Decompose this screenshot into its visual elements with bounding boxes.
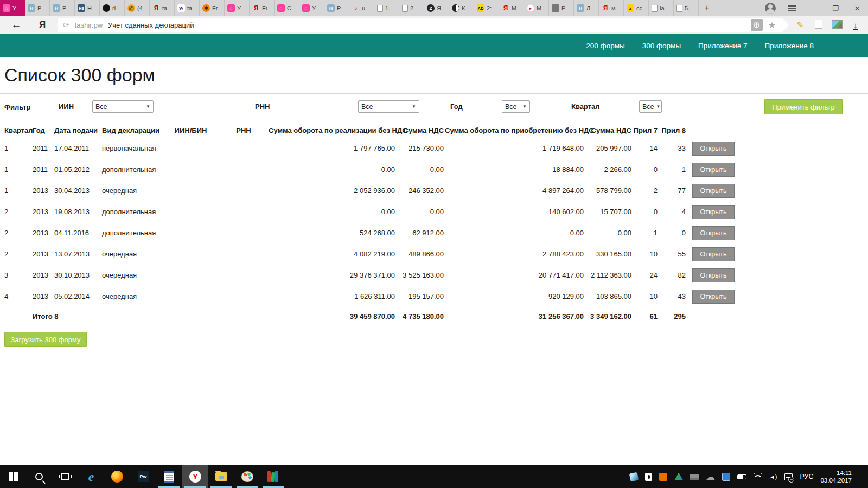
minimize-button[interactable]: — [803, 0, 825, 16]
tray-gdrive-icon[interactable] [674, 473, 683, 480]
cell: 3 [4, 265, 33, 286]
new-tab-button[interactable]: + [699, 0, 715, 16]
browser-tab[interactable]: ♪u [349, 0, 374, 16]
close-button[interactable]: ✕ [846, 0, 868, 16]
browser-tab[interactable]: ri [100, 0, 125, 16]
back-button[interactable]: ← [5, 19, 27, 31]
cell: 1 [4, 180, 33, 201]
column-header: Год [33, 121, 54, 138]
browser-tab[interactable]: Яta [150, 0, 175, 16]
restore-button[interactable]: ❐ [825, 0, 846, 16]
taskbar-taskview-icon[interactable] [52, 465, 78, 488]
open-button[interactable]: Открыть [692, 290, 735, 304]
yandex-logo-icon[interactable]: Я [31, 20, 53, 30]
taskbar-yandex-icon[interactable]: Y [182, 465, 208, 488]
cell [220, 180, 269, 201]
open-button[interactable]: Открыть [692, 184, 735, 198]
taskbar-pw-icon[interactable]: Pw [130, 465, 156, 488]
browser-tab[interactable]: la [649, 0, 674, 16]
browser-tab[interactable]: ЯFr [250, 0, 275, 16]
cell: 20 771 417.00 [445, 265, 585, 286]
taskbar-winrar-icon[interactable] [260, 465, 286, 488]
images-icon[interactable] [830, 20, 844, 30]
tray-power-icon[interactable] [737, 474, 746, 479]
browser-tab[interactable]: ЯМ [499, 0, 524, 16]
tray-lock-icon[interactable] [645, 473, 652, 481]
tab-label: 2. [410, 5, 415, 11]
browser-tab[interactable]: AD2: [474, 0, 499, 16]
browser-tab[interactable]: ⌂С [275, 0, 299, 16]
browser-tab[interactable]: ⌂У [299, 0, 324, 16]
browser-tab[interactable]: НЛ [574, 0, 599, 16]
filter-select[interactable]: Все▼ [358, 100, 419, 113]
browser-tab[interactable]: НР [50, 0, 75, 16]
upload-300-form-button[interactable]: Загрузить 300 форму [4, 332, 87, 347]
filter-select[interactable]: Все▼ [92, 100, 154, 113]
nav-link[interactable]: Приложение 7 [698, 42, 747, 50]
profile-button[interactable] [760, 0, 781, 16]
nav-link[interactable]: 200 формы [586, 42, 624, 50]
browser-tab[interactable]: ▲cc [624, 0, 649, 16]
tray-java-icon[interactable] [659, 473, 667, 481]
open-button[interactable]: Открыть [692, 247, 735, 261]
browser-tab[interactable]: НР [25, 0, 50, 16]
totals-label: Итого 8 [33, 307, 102, 325]
taskbar-ie-icon[interactable]: e [78, 465, 104, 488]
open-button[interactable]: Открыть [692, 268, 735, 282]
browser-tab[interactable]: 2. [399, 0, 424, 16]
tray-action-icon[interactable] [784, 473, 793, 480]
tray-wifi-icon[interactable] [754, 473, 762, 480]
tray-volume-icon[interactable]: ◄) [769, 474, 777, 480]
browser-menu-button[interactable] [781, 0, 803, 16]
browser-tab[interactable]: 1. [374, 0, 399, 16]
taskbar-paint-icon[interactable] [234, 465, 260, 488]
taskbar-search-icon[interactable] [26, 465, 52, 488]
cell: первоначальная [102, 138, 163, 159]
language-indicator[interactable]: РУС [800, 473, 813, 480]
taskbar-explorer-icon[interactable] [208, 465, 234, 488]
tray-snagit-icon[interactable] [630, 473, 638, 481]
nav-link[interactable]: Приложение 8 [765, 42, 814, 50]
browser-tab[interactable]: Р [549, 0, 574, 16]
open-button[interactable]: Открыть [692, 163, 735, 177]
browser-tab[interactable]: 2Я [424, 0, 449, 16]
bookmark-star-icon[interactable]: ★ [768, 20, 776, 30]
tray-cloud-icon[interactable]: ☁ [706, 471, 715, 483]
open-button[interactable]: Открыть [692, 205, 735, 219]
browser-tab[interactable]: 5. [674, 0, 699, 16]
filter-select[interactable]: Все▼ [502, 100, 530, 113]
browser-tab[interactable]: К [449, 0, 474, 16]
taskbar-start-icon[interactable] [0, 465, 26, 488]
site-globe-icon[interactable]: ⊕ [751, 19, 763, 31]
taskbar-docapp-icon[interactable] [156, 465, 182, 488]
browser-tab[interactable]: ⌂У [225, 0, 250, 16]
totals-value: 61 [633, 307, 659, 325]
browser-tab[interactable]: Wta [175, 0, 200, 16]
address-bar[interactable]: ⟳ tashir.pw Учет сданных деклараций ⊕ ★ [58, 18, 789, 32]
clock-date: 03.04.2017 [820, 477, 852, 484]
open-button[interactable]: Открыть [692, 226, 735, 240]
browser-tab[interactable]: НР [324, 0, 349, 16]
notes-icon[interactable]: ✎ [793, 20, 807, 30]
download-icon[interactable]: ↓ [848, 21, 863, 30]
page-icon[interactable] [812, 20, 826, 30]
clock[interactable]: 14:11 03.04.2017 [820, 469, 852, 484]
tray-ime-icon[interactable] [722, 473, 730, 481]
browser-tab[interactable]: @(4 [125, 0, 150, 16]
browser-tab[interactable]: ⌂У [0, 0, 25, 16]
refresh-icon[interactable]: ⟳ [63, 21, 69, 29]
browser-tab[interactable]: Ям [599, 0, 624, 16]
cell: 0 [633, 159, 659, 180]
taskbar-firefox-icon[interactable] [104, 465, 130, 488]
browser-tab[interactable]: ▸M [524, 0, 549, 16]
browser-tab[interactable]: ✱Fr [200, 0, 225, 16]
nav-link[interactable]: 300 формы [642, 42, 681, 50]
filter-select[interactable]: Все▼ [639, 100, 662, 113]
cell [163, 201, 220, 222]
open-button[interactable]: Открыть [692, 142, 735, 156]
tab-label: ta [187, 5, 192, 11]
tray-monitor-icon[interactable] [690, 474, 699, 480]
apply-filter-button[interactable]: Применить фильтр [764, 99, 843, 114]
browser-tab[interactable]: HSH [75, 0, 100, 16]
column-header: Прил 8 [659, 121, 687, 138]
